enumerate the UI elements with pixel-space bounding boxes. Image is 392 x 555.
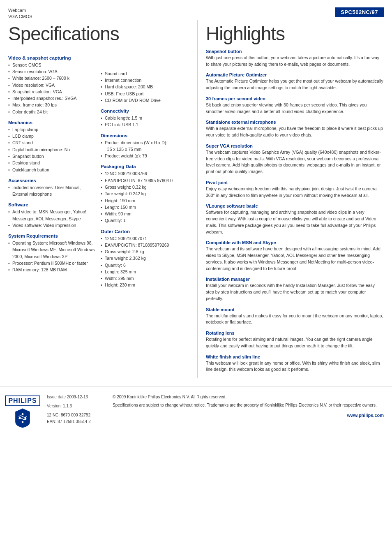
footer-disclaimer: Specifications are subject to change wit… [113, 402, 384, 409]
issue-date-value: 2009-12-13 [67, 395, 88, 399]
nc-label: 12 NC: [47, 413, 61, 417]
svg-point-0 [22, 413, 24, 415]
list-item: Max. frame rate: 30 fps [8, 102, 97, 108]
list-item: Processor: Pentium II 500MHz or faster [8, 260, 97, 266]
philips-logo-text: PHILIPS [5, 395, 40, 406]
highlight-text: Sit back and enjoy superior viewing with… [206, 102, 384, 115]
highlight-text: With a separate external microphone, you… [206, 125, 384, 139]
footer-logo: PHILIPS [8, 395, 37, 428]
list-item: Height: 230 mm [101, 282, 189, 288]
highlight-title: Snapshot button [206, 49, 384, 54]
list-item: 12NC: 908210007071 [101, 235, 189, 242]
general-section: Sound card Internet connection Hard disk… [101, 70, 189, 104]
spec-list-packaging: 12NC: 908210008766 EAN/UPC/GTIN: 87 1089… [101, 170, 189, 224]
spec-list-dimensions: Product dimensions (W x H x D): 35 x 125… [101, 139, 189, 160]
list-item: Video software: Video impression [8, 222, 97, 229]
list-item: Sound card [101, 70, 189, 77]
footer-nc: 12 NC: 8670 000 32792 [47, 412, 91, 419]
highlight-title: Standalone external microphone [206, 120, 384, 125]
page: Webcam VGA CMOS SPC502NC/97 Specificatio… [0, 0, 392, 555]
list-item: Width: 295 mm [101, 275, 189, 282]
footer-website: www.philips.com [347, 412, 384, 425]
list-item: Length: 150 mm [101, 204, 189, 210]
list-item: Length: 325 mm [101, 268, 189, 275]
philips-logo: PHILIPS [8, 395, 37, 428]
list-item: Hard disk space: 200 MB [101, 83, 189, 90]
spec-list-video: Sensor: CMOS Sensor resolution: VGA Whit… [8, 62, 97, 115]
highlight-pivot-joint: Pivot joint Enjoy easy webcamming freedo… [206, 180, 384, 199]
section-title-connectivity: Connectivity [101, 109, 189, 113]
list-item: Desktop stand [8, 160, 97, 166]
specs-right-sub: Sound card Internet connection Hard disk… [101, 51, 189, 289]
highlights-title: Highlights [206, 24, 384, 43]
specs-two-col: Video & snapshot capturing Sensor: CMOS … [8, 51, 189, 289]
highlight-title: Compatible with MSN and Skype [206, 240, 384, 245]
list-item: Snapshot resolution: VGA [8, 88, 97, 95]
highlight-super-vga: Super VGA resolution The webcam captures… [206, 143, 384, 175]
list-item: Product dimensions (W x H x D): 35 x 125… [101, 139, 189, 153]
list-item: Gross weight: 0.32 kg [101, 184, 189, 190]
section-title-sysreq: System Requirements [8, 234, 97, 238]
highlight-text: The webcam and its software have been de… [206, 246, 384, 272]
highlight-30fps: 30 frames per second video Sit back and … [206, 96, 384, 115]
spec-list-general: Sound card Internet connection Hard disk… [101, 70, 189, 104]
list-item: Width: 90 mm [101, 210, 189, 217]
highlight-title: Automatic Picture Optimizer [206, 72, 384, 77]
list-item: EAN/UPC/GTIN: 87 10895 97804 0 [101, 177, 189, 184]
header: Webcam VGA CMOS SPC502NC/97 [0, 0, 392, 20]
highlight-white-finish: White finish and slim line This webcam w… [206, 354, 384, 373]
list-item: Internet connection [101, 77, 189, 83]
footer-copyright: © 2009 Koninklijke Philips Electronics N… [113, 394, 384, 400]
highlight-text: Software for capturing, managing and arc… [206, 209, 384, 235]
right-column: Highlights Snapshot button With just one… [197, 20, 384, 378]
model-badge: SPC502NC/97 [335, 7, 384, 17]
section-title-mechanics: Mechanics [8, 120, 97, 125]
list-item: Product weight (g): 79 [101, 153, 189, 159]
highlight-text: This webcam will look great in any home … [206, 360, 384, 373]
footer-col-right: © 2009 Koninklijke Philips Electronics N… [113, 394, 384, 409]
nc-value: 8670 000 32792 [61, 413, 90, 417]
section-title-dimensions: Dimensions [101, 133, 189, 138]
highlight-auto-picture: Automatic Picture Optimizer The Automati… [206, 72, 384, 91]
svg-point-3 [22, 421, 24, 423]
list-item: Sensor: CMOS [8, 62, 97, 68]
spec-list-accessories: Included accessories: User Manual, Exter… [8, 184, 97, 198]
highlight-title: Installation manager [206, 277, 384, 282]
list-item: EAN/UPC/GTIN: 8710895979269 [101, 242, 189, 248]
highlight-title: White finish and slim line [206, 354, 384, 359]
list-item: Quantity: 1 [101, 217, 189, 224]
list-item: Color depth: 24 bit [8, 109, 97, 115]
list-item: CRT stand [8, 139, 97, 146]
highlight-text: Rotating lens for perfect aiming and nat… [206, 336, 384, 349]
highlight-snapshot-button: Snapshot button With just one press of t… [206, 49, 384, 68]
spec-list-connectivity: Cable length: 1.5 m PC Link: USB 1.1 [101, 115, 189, 128]
version-label: Version: [47, 404, 62, 408]
list-item: RAM memory: 128 MB RAM [8, 266, 97, 273]
list-item: Sensor resolution: VGA [8, 68, 97, 75]
footer-ean: EAN: 87 12581 35514 2 [47, 419, 91, 425]
highlight-title: VLounge software basic [206, 204, 384, 208]
footer-bottom: 12 NC: 8670 000 32792 EAN: 87 12581 3551… [47, 412, 384, 425]
list-item: Quantity: 6 [101, 262, 189, 268]
footer-info: Issue date 2009-12-13 Version: 1.1.3 © 2… [47, 394, 384, 425]
philips-shield-icon [14, 408, 32, 428]
spec-list-software: Add video to: MSN Messenger, Yahoo! Mess… [8, 208, 97, 229]
highlight-text: Enjoy easy webcamming freedom with this … [206, 186, 384, 199]
product-line: Webcam [8, 7, 32, 14]
version-value: 1.1.3 [63, 404, 72, 408]
ean-label: EAN: [47, 419, 58, 424]
list-item: Operating System: Microsoft Windows 98, … [8, 240, 97, 260]
list-item: Interpolated snapshot res.: SVGA [8, 95, 97, 102]
list-item: Cable length: 1.5 m [101, 115, 189, 121]
footer-version: Version: 1.1.3 [47, 403, 100, 409]
page-title: Specifications [8, 24, 189, 43]
footer-issue-date: Issue date 2009-12-13 [47, 394, 100, 400]
footer-info-cols: Issue date 2009-12-13 Version: 1.1.3 © 2… [47, 394, 384, 409]
highlight-text: The Automatic Picture Optimizer helps yo… [206, 78, 384, 91]
spec-list-mechanics: Laptop clamp LCD clamp CRT stand Digital… [8, 126, 97, 173]
section-title-accessories: Accessories [8, 178, 97, 183]
product-sub: VGA CMOS [8, 14, 32, 20]
highlight-standalone-mic: Standalone external microphone With a se… [206, 120, 384, 139]
highlight-msn-skype: Compatible with MSN and Skype The webcam… [206, 240, 384, 272]
list-item: Quicklaunch button [8, 166, 97, 173]
